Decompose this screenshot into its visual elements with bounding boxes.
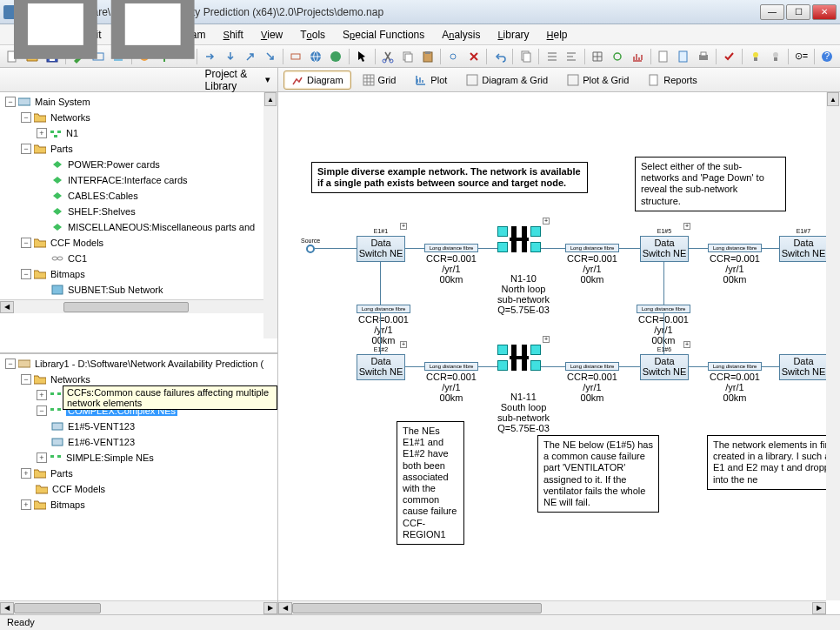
ne8-box[interactable]: Data Switch NE <box>779 354 828 380</box>
light-icon[interactable] <box>746 47 764 66</box>
expand-toggle[interactable]: − <box>21 112 31 123</box>
doc-icon[interactable] <box>655 47 673 66</box>
arrow-right-icon[interactable] <box>201 47 219 66</box>
expand-toggle[interactable]: − <box>5 359 16 369</box>
ne2-box[interactable]: Data Switch NE <box>357 354 405 380</box>
close-button[interactable]: ✕ <box>812 4 837 20</box>
link-icon[interactable] <box>444 47 463 66</box>
fibre2[interactable]: Long distance fibre <box>565 244 619 252</box>
tree-main-system[interactable]: Main System <box>35 97 90 107</box>
cut-icon[interactable] <box>379 47 397 66</box>
globe-icon[interactable] <box>307 47 325 66</box>
expand-toggle[interactable]: + <box>21 499 31 510</box>
refresh-icon[interactable] <box>609 47 627 66</box>
arrow-diag2-icon[interactable] <box>261 47 279 66</box>
project-library-dropdown[interactable]: Project & Library ▾ <box>0 68 278 91</box>
canvas-vscroll[interactable]: ▲ <box>826 92 840 600</box>
tab-plot[interactable]: Plot <box>407 70 455 90</box>
tree-e16[interactable]: E1#6-VENT123 <box>68 437 135 447</box>
expand-toggle[interactable]: − <box>21 374 31 385</box>
source-node[interactable] <box>306 245 315 253</box>
grid-icon[interactable] <box>589 47 607 66</box>
expand-toggle[interactable]: + <box>37 390 47 400</box>
check-icon[interactable] <box>720 47 738 66</box>
tree-power[interactable]: POWER:Power cards <box>68 159 160 170</box>
expand-toggle[interactable]: − <box>37 405 47 416</box>
tab-reports[interactable]: Reports <box>640 70 705 90</box>
tree-shelf[interactable]: SHELF:Shelves <box>68 206 136 217</box>
tree-library-root[interactable]: Library1 - D:\Software\Network Availabil… <box>35 359 263 369</box>
hub-north[interactable] <box>497 226 541 252</box>
fibre1[interactable]: Long distance fibre <box>424 244 478 252</box>
tree-subnet[interactable]: SUBNET:Sub Network <box>68 285 163 295</box>
ne6-box[interactable]: Data Switch NE <box>640 354 689 380</box>
ne2-plus[interactable]: + <box>400 341 407 348</box>
tree-hscroll[interactable]: ◀▶ <box>0 299 277 313</box>
tree-misc[interactable]: MISCELLANEOUS:Miscellaneous parts and <box>68 222 255 232</box>
menu-view[interactable]: View <box>252 27 291 43</box>
tree-interface[interactable]: INTERFACE:Interface cards <box>68 175 188 185</box>
fibre5[interactable]: Long distance fibre <box>565 362 619 371</box>
tab-diagram-grid[interactable]: Diagram & Grid <box>458 70 556 90</box>
tree-networks[interactable]: Networks <box>50 112 90 123</box>
undo-icon[interactable] <box>490 47 509 66</box>
ne1-box[interactable]: Data Switch NE <box>357 236 405 262</box>
menu-analysis[interactable]: Analysis <box>433 27 489 43</box>
chart-icon[interactable] <box>629 47 647 66</box>
paste-icon[interactable] <box>419 47 437 66</box>
print-icon[interactable] <box>695 47 713 66</box>
align-icon[interactable] <box>543 47 561 66</box>
expand-toggle[interactable]: + <box>37 128 47 138</box>
expand-toggle[interactable]: + <box>21 468 31 479</box>
shape-icon[interactable] <box>287 47 305 66</box>
canvas-hscroll[interactable]: ◀▶ <box>278 600 826 614</box>
tree-vscroll[interactable]: ▲ <box>263 92 277 338</box>
tree-lib-bitmaps[interactable]: Bitmaps <box>50 499 85 510</box>
tree-lib-ccfm[interactable]: CCF Models <box>52 484 105 494</box>
menu-help[interactable]: Help <box>538 27 577 43</box>
arrow-down-icon[interactable] <box>221 47 239 66</box>
expand-toggle[interactable]: − <box>21 144 31 154</box>
menu-special-functions[interactable]: Special Functions <box>334 27 433 43</box>
tree-parts[interactable]: Parts <box>50 144 73 154</box>
arrow-diag-icon[interactable] <box>241 47 259 66</box>
ne1-plus[interactable]: + <box>400 223 407 230</box>
library-tree[interactable]: −Library1 - D:\Software\Network Availabi… <box>0 354 277 514</box>
ne5-box[interactable]: Data Switch NE <box>640 236 689 262</box>
tree-n1[interactable]: N1 <box>66 128 78 138</box>
help-icon[interactable]: ? <box>818 47 837 66</box>
expand-toggle[interactable]: − <box>5 97 16 107</box>
expand-toggle[interactable]: − <box>21 238 31 248</box>
tab-plot-grid[interactable]: Plot & Grid <box>559 70 637 90</box>
ne5-plus[interactable]: + <box>683 223 690 230</box>
tab-diagram[interactable]: Diagram <box>283 70 351 90</box>
hub2-plus[interactable]: + <box>543 336 550 343</box>
expand-toggle[interactable]: − <box>21 269 31 279</box>
tree-ccf-models[interactable]: CCF Models <box>50 238 103 248</box>
tab-grid[interactable]: Grid <box>355 70 404 90</box>
delete-icon[interactable] <box>464 47 483 66</box>
copy-icon[interactable] <box>399 47 417 66</box>
tree-cc1[interactable]: CC1 <box>68 253 87 264</box>
diagram-canvas[interactable]: Simple diverse example network. The netw… <box>278 92 840 614</box>
tree-cables[interactable]: CABLES:Cables <box>68 191 138 201</box>
tree-e15[interactable]: E1#5-VENT123 <box>68 421 135 432</box>
fibre-mid2[interactable]: Long distance fibre <box>637 305 690 313</box>
pages-icon[interactable] <box>517 47 535 66</box>
menu-tools[interactable]: Tools <box>291 27 334 43</box>
hub1-plus[interactable]: + <box>543 218 550 225</box>
fibre6[interactable]: Long distance fibre <box>708 362 762 371</box>
fibre3[interactable]: Long distance fibre <box>708 244 762 252</box>
globe2-icon[interactable] <box>327 47 345 66</box>
fibre-mid1[interactable]: Long distance fibre <box>357 305 410 313</box>
ne7-box[interactable]: Data Switch NE <box>779 236 828 262</box>
project-tree[interactable]: −Main System −Networks +N1 −Parts POWER:… <box>0 92 277 299</box>
ne6-plus[interactable]: + <box>683 341 690 348</box>
lib-tree-hscroll[interactable]: ◀▶ <box>0 600 277 614</box>
align2-icon[interactable] <box>563 47 581 66</box>
doc2-icon[interactable] <box>675 47 693 66</box>
hub-south[interactable] <box>497 345 541 371</box>
minimize-button[interactable]: — <box>760 4 784 20</box>
maximize-button[interactable]: ☐ <box>786 4 810 20</box>
tree-lib-networks[interactable]: Networks <box>50 374 90 385</box>
